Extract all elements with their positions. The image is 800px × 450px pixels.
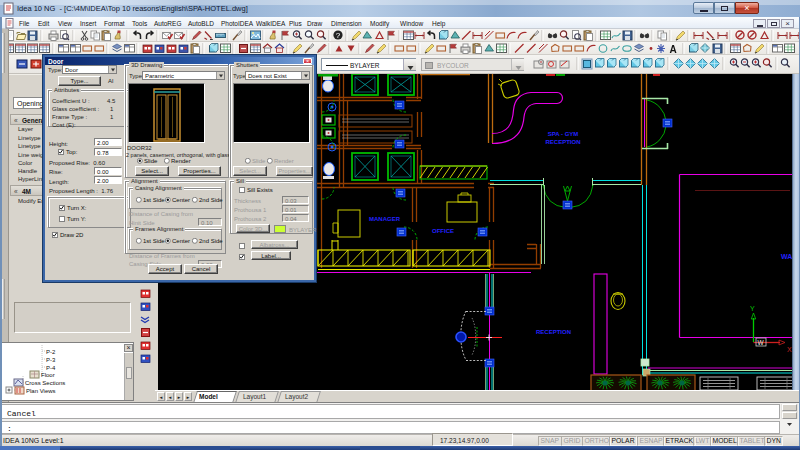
svg-text:SPA - GYM: SPA - GYM	[548, 131, 579, 137]
svg-text:RECEPTION: RECEPTION	[545, 139, 580, 145]
svg-text:Y: Y	[750, 305, 755, 312]
svg-text:RECEPTION: RECEPTION	[536, 329, 571, 335]
svg-text:X: X	[787, 346, 792, 353]
svg-text:MANAGER: MANAGER	[369, 216, 401, 222]
svg-text:WA: WA	[781, 253, 792, 260]
svg-text:?: ?	[336, 31, 341, 40]
svg-text:A: A	[669, 44, 676, 55]
svg-text:OFFICE: OFFICE	[432, 228, 454, 234]
svg-text:W: W	[758, 339, 765, 346]
